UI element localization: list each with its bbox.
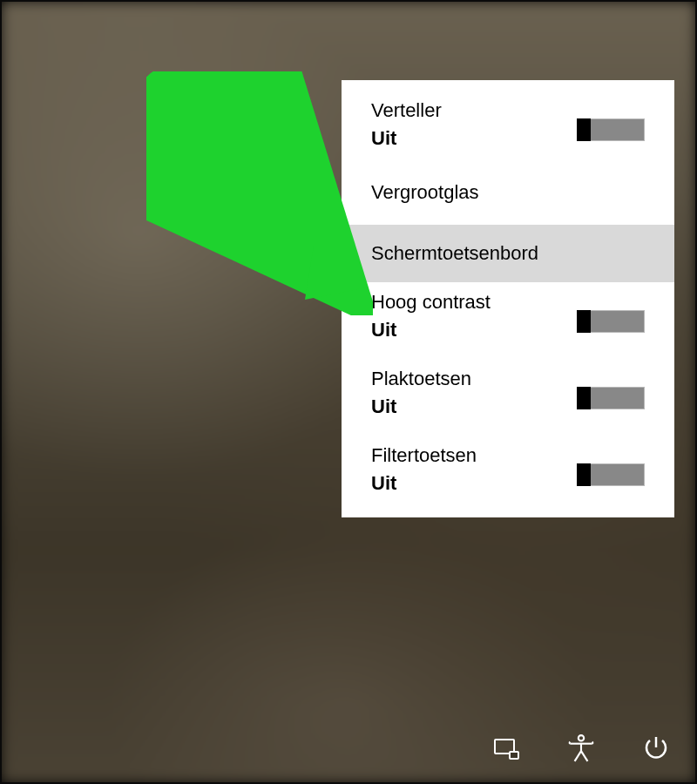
accessibility-icon[interactable] xyxy=(566,733,596,763)
filter-keys-status: Uit xyxy=(371,472,477,495)
high-contrast-toggle[interactable] xyxy=(577,310,645,333)
sticky-keys-status: Uit xyxy=(371,395,471,418)
network-icon[interactable] xyxy=(491,733,521,763)
magnifier-row[interactable]: Vergrootglas xyxy=(342,167,674,225)
narrator-status: Uit xyxy=(371,127,442,150)
svg-rect-1 xyxy=(510,752,518,759)
narrator-toggle[interactable] xyxy=(577,118,645,141)
sticky-keys-label: Plaktoetsen xyxy=(371,368,471,390)
high-contrast-status: Uit xyxy=(371,319,491,341)
filter-keys-label: Filtertoetsen xyxy=(371,444,477,467)
on-screen-keyboard-label: Schermtoetsenbord xyxy=(371,242,538,265)
filter-keys-row[interactable]: Filtertoetsen Uit xyxy=(342,436,674,512)
magnifier-label: Vergrootglas xyxy=(371,181,479,203)
power-icon[interactable] xyxy=(641,733,671,763)
svg-point-2 xyxy=(579,735,584,740)
high-contrast-label: Hoog contrast xyxy=(371,291,491,314)
narrator-label: Verteller xyxy=(371,99,442,122)
filter-keys-toggle[interactable] xyxy=(577,463,645,486)
high-contrast-row[interactable]: Hoog contrast Uit xyxy=(342,282,674,359)
on-screen-keyboard-row[interactable]: Schermtoetsenbord xyxy=(342,225,674,282)
lockscreen-tray xyxy=(491,733,671,763)
sticky-keys-row[interactable]: Plaktoetsen Uit xyxy=(342,359,674,436)
narrator-row[interactable]: Verteller Uit xyxy=(342,91,674,167)
sticky-keys-toggle[interactable] xyxy=(577,387,645,409)
ease-of-access-flyout: Verteller Uit Vergrootglas Schermtoetsen… xyxy=(342,80,674,517)
